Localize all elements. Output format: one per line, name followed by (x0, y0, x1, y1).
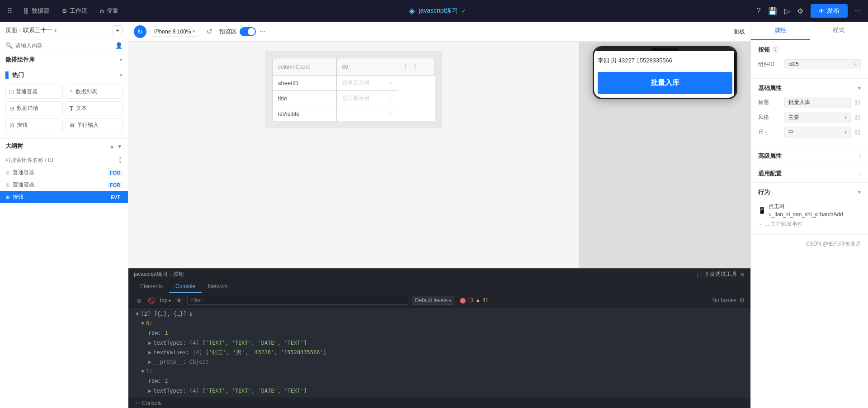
outline-arrows: ▲ ▼ (118, 156, 123, 165)
breadcrumb-sep: › (170, 271, 171, 278)
evt-badge: EVT (108, 194, 123, 200)
save-icon[interactable]: 💾 (768, 7, 777, 15)
chain-icon-size[interactable]: ⛓ (854, 129, 861, 136)
nav-variable[interactable]: fx 变量 (100, 7, 118, 15)
filter-input[interactable] (187, 296, 409, 305)
chevron-down-icon[interactable]: ▼ (117, 143, 123, 150)
canvas-sheet: columnCount 69 ↑ ↑ (265, 51, 442, 128)
info-icon: ℹ (190, 310, 192, 318)
device-selector[interactable]: iPhone 8 100% ▾ (150, 27, 199, 37)
tab-properties[interactable]: 属性 (751, 22, 810, 40)
chevron-down-icon[interactable]: ▾ (858, 85, 861, 91)
default-levels-dropdown[interactable]: Default levels ▾ (412, 296, 454, 305)
expand-arrow[interactable]: ▼ (136, 310, 139, 318)
size-prop-select[interactable]: 中 ▾ (784, 127, 851, 138)
chain-icon[interactable]: ⛓ (854, 99, 861, 106)
copy-icon[interactable]: ⎘ (854, 61, 857, 67)
chevron-down-icon: ▾ (120, 57, 123, 63)
play-icon[interactable]: ▷ (784, 7, 790, 15)
panel-footer: CSDN @低代码布道师 (751, 235, 868, 253)
text-icon: T (70, 105, 74, 112)
close-icon[interactable]: ✕ (740, 271, 745, 278)
tab-network[interactable]: Network (202, 280, 234, 293)
check-circle-icon: ✓ (461, 7, 467, 14)
publish-button[interactable]: ✈ 发布 (811, 4, 848, 18)
batch-btn[interactable]: 批量入库 (598, 72, 732, 94)
event-row: 📱 点击时 u_lian_xi_san_shi_yi:batchAdd (758, 201, 861, 219)
upload-icon-2[interactable]: ↑ (413, 62, 417, 71)
outline-tree-controls: ▲ ▼ (109, 143, 123, 150)
dev-settings-icon[interactable]: ⚙ (739, 297, 745, 304)
outline-search-input[interactable] (5, 157, 116, 163)
clear-icon[interactable]: 🚫 (146, 295, 156, 305)
canvas-sheet-area: columnCount 69 ↑ ↑ (128, 42, 579, 268)
upload-icon-3[interactable]: ↑ (389, 80, 392, 87)
expand-arrow-8[interactable]: ▶ (148, 387, 151, 395)
component-grid: □ 普通容器 ≡ 数据列表 ⊟ 数据详情 T 文本 ⊡ 按钮 (5, 83, 123, 134)
sheet-table: columnCount 69 ↑ ↑ (272, 58, 435, 121)
center-area: ↻ iPhone 8 100% ▾ ↺ 预览区 ··· 面板 (128, 22, 750, 408)
upload-icon-1[interactable]: ↑ (404, 62, 408, 71)
component-input[interactable]: ⊞ 单行输入 (66, 118, 123, 132)
style-prop-select[interactable]: 主要 ▾ (784, 112, 851, 123)
chevron-up-icon[interactable]: ▲ (109, 143, 115, 150)
refresh-button[interactable]: ↺ (203, 25, 216, 38)
upload-icon-5[interactable]: ↑ (389, 110, 392, 117)
more-icon[interactable]: ··· (855, 7, 861, 15)
more-events[interactable]: ··· ... 其它触发事件 (758, 219, 861, 229)
console-line-8: ▶ textTypes: (4) ['TEXT', 'TEXT', 'DATE'… (128, 386, 750, 396)
expand-arrow-3[interactable]: ▶ (148, 339, 151, 347)
nav-workflow[interactable]: ⚙ 工作流 (62, 7, 87, 15)
general-config-section[interactable]: 通用配置 › (751, 165, 868, 183)
tab-elements[interactable]: Elements (134, 280, 169, 293)
add-page-button[interactable]: + (113, 25, 123, 35)
top-bar-actions: ? 💾 ▷ ⚙ ✈ 发布 ··· (757, 4, 861, 18)
toolbar-more-icon[interactable]: ··· (259, 28, 265, 36)
logo-icon: ◈ (409, 6, 415, 16)
sidebar-search-input[interactable] (15, 43, 113, 49)
chevron-down-icon-behavior[interactable]: ▾ (858, 189, 861, 195)
top-indicator: top ▾ (159, 297, 172, 304)
expand-arrow-6[interactable]: ▼ (141, 367, 144, 376)
upload-icon-4[interactable]: ↑ (389, 95, 392, 102)
tab-console[interactable]: Console (169, 280, 202, 293)
settings-icon[interactable]: ⚙ (797, 7, 803, 15)
tab-styles[interactable]: 样式 (810, 22, 868, 40)
help-icon[interactable]: ? (757, 7, 761, 15)
console-line-7: row: 2 (128, 376, 750, 386)
sheetid-label: sheetID (273, 76, 337, 91)
eye-icon[interactable]: 👁 (175, 295, 184, 305)
phone-side-bar (734, 47, 736, 98)
outline-tree-panel: 大纲树 ▲ ▼ ▲ ▼ ⊕ 普通容器 FOR (0, 138, 128, 408)
expand-arrow-4[interactable]: ▶ (148, 348, 151, 357)
sidebar-page-header: 页面：联系三十一 ▾ + (0, 22, 128, 39)
title-placeholder: 这里是示例 ↑ (336, 91, 398, 106)
component-text[interactable]: T 文本 (66, 101, 123, 115)
advanced-props-section[interactable]: 高级属性 › (751, 147, 868, 165)
outline-item-container2[interactable]: ⊕ 普通容器 FOR (0, 179, 128, 191)
toggle-knob (248, 28, 255, 35)
preview-label: 预览区 (219, 28, 237, 36)
console-line-6: ▼ 1: (128, 367, 750, 376)
component-data-detail[interactable]: ⊟ 数据详情 (5, 101, 63, 115)
search-icon: 🔍 (5, 42, 13, 49)
micro-widget-section: 微搭组件库 ▾ (0, 52, 128, 71)
expand-arrow-1[interactable]: ▼ (141, 319, 144, 328)
preview-icon-button[interactable]: ↻ (134, 25, 146, 38)
plus-icon-selected: ⊕ (5, 194, 10, 200)
outline-item-button[interactable]: ⊕ 按钮 EVT (0, 191, 128, 203)
nav-datasource[interactable]: 🗄 数据源 (24, 7, 49, 15)
chain-icon-style[interactable]: ⛓ (854, 114, 861, 121)
plus-icon: ⊕ (5, 182, 10, 188)
preview-toggle[interactable] (240, 27, 256, 36)
expand-arrow-5[interactable]: ▶ (148, 358, 151, 366)
stop-icon[interactable]: ⊘ (134, 295, 144, 305)
phone-preview-wrapper: 李四 男 43227 15528335566 批量入库 (579, 42, 750, 268)
component-data-list[interactable]: ≡ 数据列表 (66, 85, 123, 99)
component-button[interactable]: ⊡ 按钮 (5, 118, 63, 132)
outline-item-container1[interactable]: ⊕ 普通容器 FOR (0, 166, 128, 179)
for-badge-2: FOR (108, 182, 123, 188)
dropdown-icon: ▾ (169, 298, 171, 303)
component-container[interactable]: □ 普通容器 (5, 85, 63, 99)
behavior-section: 行为 ▾ 📱 点击时 u_lian_xi_san_shi_yi:batchAdd… (751, 183, 868, 235)
